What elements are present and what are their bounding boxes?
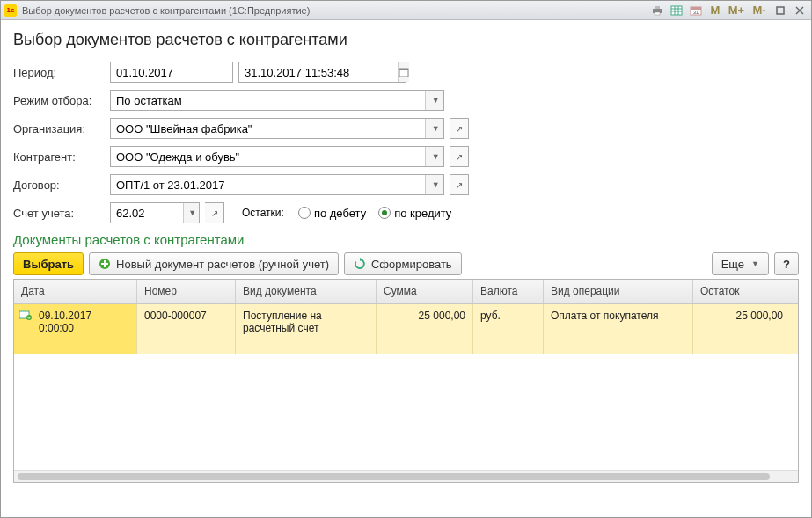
period-label: Период: xyxy=(13,66,110,79)
select-button[interactable]: Выбрать xyxy=(13,252,84,275)
more-button-label: Еще xyxy=(721,258,744,271)
svg-rect-2 xyxy=(655,12,660,15)
row-contract: Договор: ▼ ↗ xyxy=(13,174,799,195)
dropdown-icon[interactable]: ▼ xyxy=(183,203,199,223)
documents-grid: Дата Номер Вид документа Сумма Валюта Ви… xyxy=(13,279,799,483)
dropdown-icon[interactable]: ▼ xyxy=(425,147,443,166)
dropdown-icon[interactable]: ▼ xyxy=(425,119,443,138)
radio-icon xyxy=(298,207,311,219)
dropdown-icon[interactable]: ▼ xyxy=(425,175,443,194)
grid-header: Дата Номер Вид документа Сумма Валюта Ви… xyxy=(14,280,798,304)
toolbar: Выбрать Новый документ расчетов (ручной … xyxy=(13,252,799,275)
mode-input[interactable] xyxy=(111,91,425,110)
more-button[interactable]: Еще ▼ xyxy=(712,252,769,275)
cell-operation: Оплата от покупателя xyxy=(544,304,693,354)
cell-sum: 25 000,00 xyxy=(377,304,473,354)
radio-credit-label: по кредиту xyxy=(394,207,451,220)
balances-label: Остатки: xyxy=(242,207,284,219)
plus-icon xyxy=(99,258,111,270)
document-icon xyxy=(19,310,32,320)
contract-field[interactable]: ▼ xyxy=(110,174,444,195)
account-input[interactable] xyxy=(111,203,183,223)
account-field[interactable]: ▼ xyxy=(110,202,200,223)
svg-rect-11 xyxy=(777,7,784,14)
balances-radio-group: по дебету по кредиту xyxy=(298,207,451,220)
radio-checked-icon xyxy=(378,207,391,219)
titlebar-controls: 31 M M+ M- xyxy=(649,4,808,18)
svg-rect-1 xyxy=(655,6,660,9)
open-icon[interactable]: ↗ xyxy=(205,202,224,223)
period-to-field[interactable] xyxy=(238,62,406,83)
refresh-icon xyxy=(354,258,366,270)
col-header-operation[interactable]: Вид операции xyxy=(544,280,693,303)
svg-rect-0 xyxy=(653,9,662,13)
memory-m-button[interactable]: M xyxy=(707,4,723,18)
col-header-number[interactable]: Номер xyxy=(137,280,236,303)
maximize-icon[interactable] xyxy=(772,4,788,18)
mode-field[interactable]: ▼ xyxy=(110,90,444,111)
open-icon[interactable]: ↗ xyxy=(450,146,469,167)
table-row[interactable]: 09.10.2017 0:00:00 0000-000007 Поступлен… xyxy=(14,304,798,354)
open-icon[interactable]: ↗ xyxy=(450,118,469,139)
row-contr: Контрагент: ▼ ↗ xyxy=(13,146,799,167)
section-header: Документы расчетов с контрагентами xyxy=(13,232,799,247)
new-doc-button-label: Новый документ расчетов (ручной учет) xyxy=(116,258,329,271)
table-icon[interactable] xyxy=(669,4,684,18)
contr-label: Контрагент: xyxy=(13,150,110,164)
help-button[interactable]: ? xyxy=(774,252,799,275)
close-icon[interactable] xyxy=(792,4,808,18)
col-header-date[interactable]: Дата xyxy=(14,280,137,303)
org-input[interactable] xyxy=(111,119,425,138)
radio-credit[interactable]: по кредиту xyxy=(378,207,451,220)
titlebar: 1c Выбор документов расчетов с контраген… xyxy=(1,1,811,20)
cell-currency: руб. xyxy=(473,304,544,354)
scrollbar-thumb[interactable] xyxy=(18,473,770,480)
contr-field[interactable]: ▼ xyxy=(110,146,444,167)
cell-number: 0000-000007 xyxy=(137,304,236,354)
memory-mplus-button[interactable]: M+ xyxy=(727,4,746,18)
radio-debit[interactable]: по дебету xyxy=(298,207,366,220)
select-button-label: Выбрать xyxy=(23,258,74,271)
window-title: Выбор документов расчетов с контрагентам… xyxy=(22,5,649,16)
svg-text:31: 31 xyxy=(693,10,699,15)
col-header-sum[interactable]: Сумма xyxy=(377,280,473,303)
contract-input[interactable] xyxy=(111,175,425,194)
account-label: Счет учета: xyxy=(13,207,110,220)
contr-input[interactable] xyxy=(111,147,425,166)
svg-rect-9 xyxy=(691,7,701,10)
help-button-label: ? xyxy=(783,258,790,271)
cell-date-text: 09.10.2017 0:00:00 xyxy=(39,310,94,334)
col-header-doctype[interactable]: Вид документа xyxy=(236,280,377,303)
col-header-currency[interactable]: Валюта xyxy=(473,280,544,303)
period-to-input[interactable] xyxy=(239,62,398,82)
calendar-icon[interactable] xyxy=(398,62,409,82)
row-mode: Режим отбора: ▼ xyxy=(13,90,799,111)
cell-doctype: Поступление на расчетный счет xyxy=(236,304,377,354)
contract-label: Договор: xyxy=(13,179,110,192)
svg-rect-3 xyxy=(671,6,682,15)
row-period: Период: xyxy=(13,62,799,83)
org-field[interactable]: ▼ xyxy=(110,118,444,139)
period-from-field[interactable] xyxy=(110,62,233,83)
row-account: Счет учета: ▼ ↗ Остатки: по дебету по кр… xyxy=(13,202,799,223)
open-icon[interactable]: ↗ xyxy=(450,174,469,195)
svg-rect-8 xyxy=(691,7,701,15)
mode-label: Режим отбора: xyxy=(13,94,110,107)
radio-debit-label: по дебету xyxy=(314,207,366,220)
chevron-down-icon: ▼ xyxy=(751,259,759,268)
dropdown-icon[interactable]: ▼ xyxy=(425,91,443,110)
col-header-balance[interactable]: Остаток xyxy=(693,280,790,303)
page-title: Выбор документов расчетов с контрагентам… xyxy=(13,31,799,49)
calendar-icon[interactable]: 31 xyxy=(688,4,704,18)
org-label: Организация: xyxy=(13,122,110,135)
app-logo-icon: 1c xyxy=(4,4,17,17)
cell-balance: 25 000,00 xyxy=(693,304,790,354)
form-button[interactable]: Сформировать xyxy=(344,252,462,275)
memory-mminus-button[interactable]: M- xyxy=(750,4,769,18)
form-button-label: Сформировать xyxy=(371,258,452,271)
print-icon[interactable] xyxy=(649,4,665,18)
new-doc-button[interactable]: Новый документ расчетов (ручной учет) xyxy=(89,252,339,275)
row-org: Организация: ▼ ↗ xyxy=(13,118,799,139)
svg-rect-17 xyxy=(399,69,408,70)
horizontal-scrollbar[interactable] xyxy=(14,470,798,482)
